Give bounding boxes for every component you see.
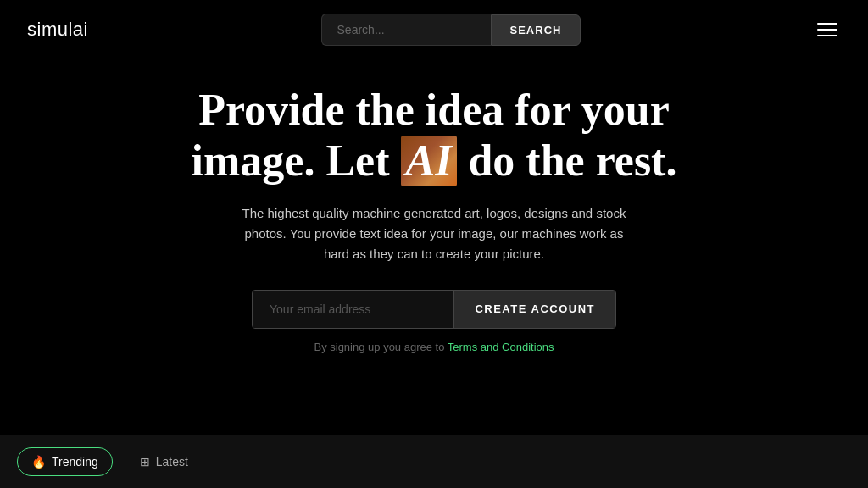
- terms-link[interactable]: Terms and Conditions: [448, 341, 554, 353]
- search-input[interactable]: [321, 14, 491, 46]
- hero-subtitle: The highest quality machine generated ar…: [239, 203, 629, 264]
- search-button[interactable]: SEARCH: [491, 14, 581, 46]
- hero-section: Provide the idea for your image. Let AI …: [0, 59, 868, 370]
- create-account-button[interactable]: CREATE ACCOUNT: [453, 291, 615, 328]
- hero-title-part2: do the rest.: [457, 136, 676, 185]
- hero-title: Provide the idea for your image. Let AI …: [171, 85, 697, 186]
- trending-tab-label: Trending: [52, 455, 98, 469]
- logo: simulai: [27, 19, 88, 41]
- hamburger-menu-icon[interactable]: [814, 19, 841, 40]
- grid-icon: ⊞: [140, 455, 150, 469]
- ai-highlight: AI: [401, 136, 458, 186]
- latest-tab-label: Latest: [156, 455, 188, 469]
- fire-icon: 🔥: [31, 455, 46, 469]
- trending-tab[interactable]: 🔥 Trending: [17, 447, 113, 476]
- terms-text: By signing up you agree to Terms and Con…: [314, 341, 554, 353]
- email-input[interactable]: [253, 291, 453, 328]
- bottom-bar: 🔥 Trending ⊞ Latest: [0, 435, 868, 488]
- header: simulai SEARCH: [0, 0, 868, 59]
- signup-form: CREATE ACCOUNT: [252, 290, 616, 329]
- search-container: SEARCH: [321, 14, 581, 46]
- latest-tab[interactable]: ⊞ Latest: [126, 448, 202, 475]
